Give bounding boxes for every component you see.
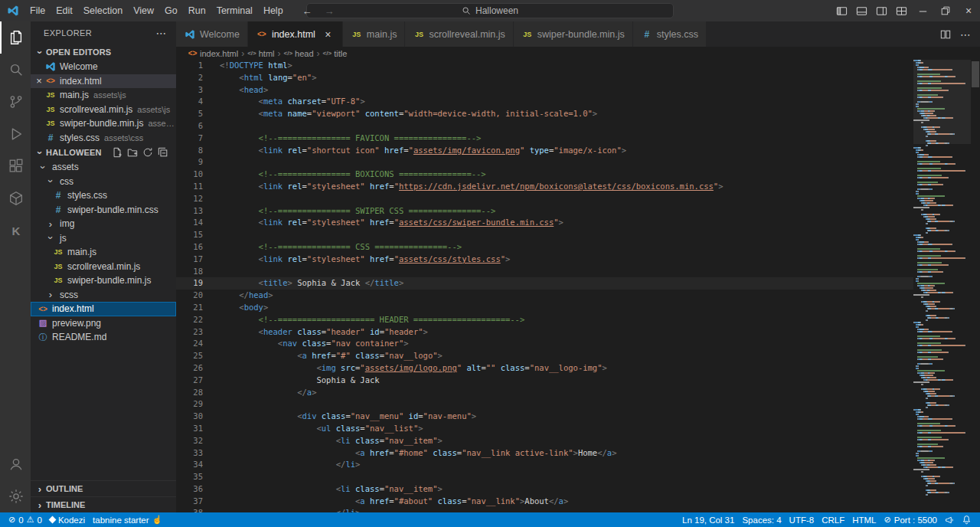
extensions-icon[interactable] bbox=[0, 150, 31, 182]
code-line[interactable]: 4 <meta charset="UTF-8"> bbox=[176, 96, 913, 108]
tab-main.js[interactable]: JSmain.js bbox=[343, 21, 406, 47]
tab-styles.css[interactable]: #styles.css bbox=[633, 21, 707, 47]
tab-scrollreveal.min.js[interactable]: JSscrollreveal.min.js bbox=[405, 21, 513, 47]
code-line[interactable]: 11 <link rel="stylesheet" href="https://… bbox=[176, 181, 913, 193]
code-line[interactable]: 2 <html lang="en"> bbox=[176, 72, 913, 84]
file-swiper-bundle.min.css[interactable]: #swiper-bundle.min.css bbox=[31, 203, 176, 218]
code-line[interactable]: 10 <!--=============== BOXICONS ========… bbox=[176, 169, 913, 181]
refresh-icon[interactable] bbox=[142, 147, 153, 158]
remote-explorer-icon[interactable] bbox=[0, 182, 31, 214]
close-icon[interactable]: × bbox=[322, 28, 335, 41]
file-preview.png[interactable]: ▨preview.png bbox=[31, 316, 176, 331]
code-line[interactable]: 22 <!--==================== HEADER =====… bbox=[176, 314, 913, 326]
open-editor-item[interactable]: JSmain.jsassets\js bbox=[31, 88, 176, 103]
menu-run[interactable]: Run bbox=[183, 3, 211, 18]
file-scrollreveal.min.js[interactable]: JSscrollreveal.min.js bbox=[31, 260, 176, 274]
toggle-panel-icon[interactable] bbox=[851, 0, 871, 21]
code-line[interactable]: 15 bbox=[176, 229, 913, 241]
source-control-icon[interactable] bbox=[0, 86, 31, 118]
code-line[interactable]: 32 <li class="nav__item"> bbox=[176, 435, 913, 447]
scrollbar-thumb[interactable] bbox=[972, 61, 979, 87]
settings-icon[interactable] bbox=[0, 480, 31, 512]
code-line[interactable]: 23 <header class="header" id="header"> bbox=[176, 326, 913, 339]
status-announcement[interactable] bbox=[941, 512, 958, 527]
code-line[interactable]: 38 </li> bbox=[176, 507, 913, 512]
close-window-button[interactable]: × bbox=[957, 0, 980, 21]
status-eol[interactable]: CRLF bbox=[818, 512, 848, 527]
minimap-slider[interactable] bbox=[913, 60, 971, 144]
status-cursor-position[interactable]: Ln 19, Col 31 bbox=[678, 512, 738, 527]
tab-index.html[interactable]: <>index.html× bbox=[248, 21, 343, 47]
menu-view[interactable]: View bbox=[128, 3, 159, 18]
file-swiper-bundle.min.js[interactable]: JSswiper-bundle.min.js bbox=[31, 273, 176, 288]
more-actions-icon[interactable]: ⋯ bbox=[156, 27, 167, 39]
folder-img[interactable]: ›img bbox=[31, 217, 176, 231]
code-line[interactable]: 9 bbox=[176, 156, 913, 169]
menu-file[interactable]: File bbox=[24, 3, 51, 18]
status-tabnine[interactable]: tabnine starter ☝ bbox=[89, 512, 166, 527]
tab-welcome[interactable]: Welcome bbox=[176, 21, 248, 47]
outline-section-header[interactable]: › OUTLINE bbox=[31, 480, 176, 496]
status-port[interactable]: ⊘ Port : 5500 bbox=[880, 512, 941, 527]
file-main.js[interactable]: JSmain.js bbox=[31, 245, 176, 260]
code-line[interactable]: 20 </head> bbox=[176, 290, 913, 302]
code-line[interactable]: 30 <div class="nav__menu" id="nav-menu"> bbox=[176, 411, 913, 423]
open-editor-item[interactable]: Welcome bbox=[31, 60, 176, 74]
code-line[interactable]: 6 bbox=[176, 120, 913, 133]
collapse-all-icon[interactable] bbox=[158, 147, 168, 158]
code-line[interactable]: 35 bbox=[176, 471, 913, 483]
code-line[interactable]: 37 <a href="#about" class="nav__link">Ab… bbox=[176, 496, 913, 508]
code-line[interactable]: 8 <link rel="shortcut icon" href="assets… bbox=[176, 145, 913, 157]
minimap[interactable] bbox=[913, 60, 971, 512]
customize-layout-icon[interactable] bbox=[891, 0, 911, 21]
minimize-button[interactable] bbox=[911, 0, 934, 21]
toggle-sidebar-icon[interactable] bbox=[831, 0, 851, 21]
code-line[interactable]: 7 <!--=============== FAVICON ==========… bbox=[176, 133, 913, 145]
vertical-scrollbar[interactable] bbox=[971, 60, 980, 512]
status-encoding[interactable]: UTF-8 bbox=[786, 512, 818, 527]
code-line[interactable]: 12 bbox=[176, 193, 913, 205]
code-line[interactable]: 17 <link rel="stylesheet" href="assets/c… bbox=[176, 254, 913, 266]
code-line[interactable]: 27 Sophia & Jack bbox=[176, 375, 913, 387]
code-line[interactable]: 3 <head> bbox=[176, 84, 913, 97]
file-readme.md[interactable]: ⓘREADME.md bbox=[31, 330, 176, 345]
menu-go[interactable]: Go bbox=[159, 3, 183, 18]
restore-button[interactable] bbox=[934, 0, 957, 21]
menu-selection[interactable]: Selection bbox=[78, 3, 128, 18]
code-line[interactable]: 25 <a href="#" class="nav__logo"> bbox=[176, 350, 913, 362]
code-line[interactable]: 34 </li> bbox=[176, 459, 913, 471]
timeline-section-header[interactable]: › TIMELINE bbox=[31, 496, 176, 512]
kodezi-icon[interactable]: K bbox=[0, 214, 31, 247]
navigate-forward-icon[interactable]: → bbox=[325, 5, 335, 17]
open-editor-item[interactable]: #styles.cssassets\css bbox=[31, 131, 176, 146]
editor-more-actions-icon[interactable]: ⋯ bbox=[960, 28, 971, 41]
folder-scss[interactable]: ›scss bbox=[31, 288, 176, 303]
search-icon[interactable] bbox=[0, 54, 31, 86]
new-folder-icon[interactable] bbox=[127, 147, 138, 158]
folder-css[interactable]: ›css bbox=[31, 175, 176, 189]
code-editor[interactable]: 1<!DOCTYPE html>2 <html lang="en">3 <hea… bbox=[176, 60, 980, 512]
code-line[interactable]: 36 <li class="nav__item"> bbox=[176, 483, 913, 496]
code-line[interactable]: 31 <ul class="nav__list"> bbox=[176, 423, 913, 435]
status-problems[interactable]: ⊘ 0 ⚠ 0 bbox=[5, 512, 46, 527]
code-line[interactable]: 5 <meta name="viewport" content="width=d… bbox=[176, 108, 913, 120]
split-editor-icon[interactable] bbox=[940, 29, 951, 40]
code-line[interactable]: 24 <nav class="nav container"> bbox=[176, 338, 913, 350]
status-indentation[interactable]: Spaces: 4 bbox=[738, 512, 785, 527]
code-line[interactable]: 14 <link rel="stylesheet" href="assets/c… bbox=[176, 217, 913, 229]
code-line[interactable]: 16 <!--=============== CSS =============… bbox=[176, 241, 913, 254]
status-notifications[interactable] bbox=[958, 512, 975, 527]
project-section-header[interactable]: › HALLOWEEN bbox=[31, 145, 176, 160]
account-icon[interactable] bbox=[0, 448, 31, 480]
open-editor-item[interactable]: JSscrollreveal.min.jsassets\js bbox=[31, 103, 176, 117]
file-index.html[interactable]: <>index.html bbox=[31, 302, 176, 316]
folder-js[interactable]: ›js bbox=[31, 231, 176, 246]
open-editor-item[interactable]: JSswiper-bundle.min.jsassets\js bbox=[31, 116, 176, 131]
tab-swiper-bundle.min.js[interactable]: JSswiper-bundle.min.js bbox=[514, 21, 633, 47]
code-line[interactable]: 29 bbox=[176, 398, 913, 411]
menu-terminal[interactable]: Terminal bbox=[211, 3, 258, 18]
status-language[interactable]: HTML bbox=[848, 512, 880, 527]
close-icon[interactable]: × bbox=[34, 75, 44, 87]
code-line[interactable]: 26 <img src="assets/img/logo.png" alt=""… bbox=[176, 362, 913, 375]
code-line[interactable]: 19 <title> Sophia & Jack </title> bbox=[176, 277, 913, 290]
